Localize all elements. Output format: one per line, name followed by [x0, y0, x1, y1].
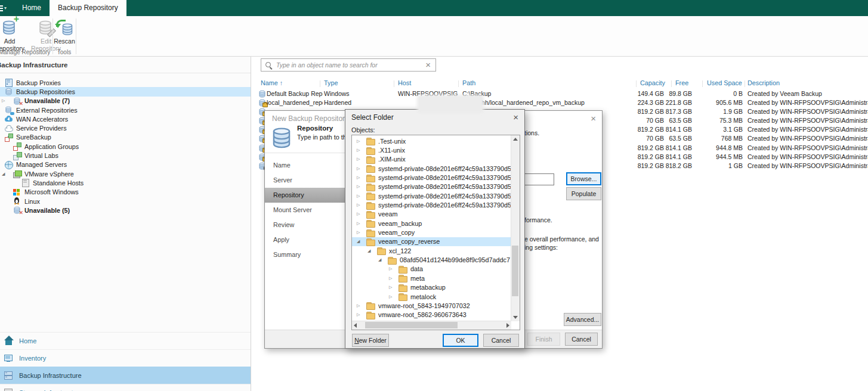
vertical-scroll-thumb[interactable]: [512, 246, 518, 296]
sidebar-item-surebackup[interactable]: SureBackup: [0, 133, 251, 142]
collapsed-arrow-icon[interactable]: ▷: [357, 157, 366, 162]
tab-backup-repository[interactable]: Backup Repository: [50, 0, 126, 16]
collapsed-arrow-icon[interactable]: ▷: [389, 285, 399, 290]
collapsed-arrow-icon[interactable]: ▷: [389, 276, 399, 281]
collapsed-arrow-icon[interactable]: ▷: [357, 148, 366, 153]
folder-item-veeam-copy-reverse[interactable]: ◢veeam_copy_reverse: [352, 237, 511, 246]
wizard-step-mount-server[interactable]: Mount Server: [265, 203, 346, 218]
folder-item-veeam-copy[interactable]: ▷veeam_copy: [352, 228, 511, 237]
sidebar-item-backup-proxies[interactable]: Backup Proxies: [0, 78, 251, 87]
nav-item-inventory[interactable]: Inventory: [0, 349, 251, 367]
scroll-up-icon[interactable]: [513, 138, 518, 141]
nav-item-backup-infrastructure[interactable]: Backup Infrastructure: [0, 367, 251, 384]
main-menu-button[interactable]: ▾: [0, 0, 14, 16]
clear-search-icon[interactable]: ×: [421, 59, 435, 71]
scroll-right-icon[interactable]: [506, 323, 509, 328]
nav-item-home[interactable]: Home: [0, 332, 251, 349]
sidebar-item-managed-servers[interactable]: Managed Servers: [0, 160, 251, 169]
folder-item-vmware-root-5843-1949707032[interactable]: ▷vmware-root_5843-1949707032: [352, 301, 511, 310]
folder-item-systemd-private-08de201e6ff24c59a133790d5d86[interactable]: ▷systemd-private-08de201e6ff24c59a133790…: [352, 164, 511, 173]
wizard-step-summary[interactable]: Summary: [265, 247, 346, 262]
wizard-cancel-button[interactable]: Cancel: [565, 333, 598, 346]
folder-item-metabackup[interactable]: ▷metabackup: [352, 283, 511, 292]
column-header-path[interactable]: Path: [462, 79, 475, 86]
wizard-step-name[interactable]: Name: [265, 158, 346, 173]
sidebar-item-wan-accelerators[interactable]: WAN Accelerators: [0, 114, 251, 123]
collapsed-arrow-icon[interactable]: ▷: [357, 139, 366, 144]
column-header-name[interactable]: Name ↑: [261, 79, 283, 86]
new-folder-button[interactable]: New Folder: [352, 334, 389, 347]
rescan-button[interactable]: Rescan: [53, 18, 76, 45]
add-repository-button[interactable]: +AddRepository: [0, 18, 27, 52]
collapsed-arrow-icon[interactable]: ▷: [357, 212, 366, 216]
wizard-step-apply[interactable]: Apply: [265, 232, 346, 247]
folder-item-meta[interactable]: ▷meta: [352, 274, 511, 283]
populate-button[interactable]: Populate: [566, 187, 601, 200]
search-box[interactable]: Type in an object name to search for ×: [261, 58, 436, 72]
folder-item-08afd5041d1244b99de8f9c95d7addc7[interactable]: ◢08afd5041d1244b99de8f9c95d7addc7: [352, 255, 511, 264]
sidebar-item-backup-repositories[interactable]: Backup Repositories: [0, 87, 251, 96]
folder-item-xcl-122[interactable]: ◢xcl_122: [352, 246, 511, 255]
scroll-down-icon[interactable]: [513, 316, 518, 319]
sidebar-item-linux[interactable]: Linux: [0, 197, 251, 206]
nav-item-storage-infrastructure[interactable]: Storage Infrastructure: [0, 384, 251, 391]
folder-item-systemd-private-08de201e6ff24c59a133790d5d86[interactable]: ▷systemd-private-08de201e6ff24c59a133790…: [352, 182, 511, 191]
folder-item-data[interactable]: ▷data: [352, 265, 511, 274]
collapsed-arrow-icon[interactable]: ▷: [357, 221, 366, 226]
tab-home[interactable]: Home: [14, 0, 50, 16]
collapsed-arrow-icon[interactable]: ▷: [389, 266, 399, 271]
sidebar-item-microsoft-windows[interactable]: Microsoft Windows: [0, 188, 251, 197]
column-header-description[interactable]: Description: [747, 79, 780, 86]
column-header-capacity[interactable]: Capacity: [640, 79, 665, 86]
sidebar-item-vmware-vsphere[interactable]: ◢VMware vSphere: [0, 169, 251, 178]
column-header-type[interactable]: Type: [324, 79, 338, 86]
column-header-host[interactable]: Host: [398, 79, 411, 86]
finish-button[interactable]: Finish: [527, 333, 560, 346]
wizard-step-repository[interactable]: Repository: [265, 188, 346, 203]
horizontal-scroll-thumb[interactable]: [365, 322, 458, 328]
folder-item-veeam[interactable]: ▷veeam: [352, 210, 511, 219]
collapsed-arrow-icon[interactable]: ▷: [389, 294, 399, 299]
folder-item-systemd-private-08de201e6ff24c59a133790d5d86[interactable]: ▷systemd-private-08de201e6ff24c59a133790…: [352, 173, 511, 182]
expanded-arrow-icon[interactable]: ◢: [367, 249, 377, 253]
folder-item-xim-unix[interactable]: ▷.XIM-unix: [352, 155, 511, 164]
collapsed-arrow-icon[interactable]: ▷: [2, 98, 5, 103]
folder-item-metalock[interactable]: ▷metalock: [352, 292, 511, 301]
sidebar-item-service-providers[interactable]: Service Providers: [0, 123, 251, 132]
collapsed-arrow-icon[interactable]: ▷: [357, 303, 366, 308]
ok-button[interactable]: OK: [443, 334, 478, 347]
wizard-step-review[interactable]: Review: [265, 218, 346, 232]
scroll-left-icon[interactable]: [354, 323, 357, 328]
wizard-step-server[interactable]: Server: [265, 173, 346, 188]
collapsed-arrow-icon[interactable]: ▷: [357, 230, 366, 235]
table-row[interactable]: Default Backup RepositoryWindowsWIN-RFPS…: [251, 89, 868, 98]
sidebar-item-virtual-labs[interactable]: Virtual Labs: [0, 151, 251, 160]
sidebar-item-external-repositories[interactable]: External Repositories: [0, 105, 251, 114]
dialog-close-icon[interactable]: ×: [513, 112, 518, 122]
expanded-arrow-icon[interactable]: ◢: [357, 239, 366, 244]
column-header-free[interactable]: Free: [675, 79, 688, 86]
collapsed-arrow-icon[interactable]: ▷: [357, 166, 366, 171]
collapsed-arrow-icon[interactable]: ▷: [357, 312, 366, 317]
sidebar-item-standalone-hosts[interactable]: Standalone Hosts: [0, 178, 251, 187]
folder-item-veeam-backup[interactable]: ▷veeam_backup: [352, 219, 511, 228]
table-row[interactable]: local_hardened_repo_vm...Hardened/home/h…: [251, 98, 868, 107]
folder-item-systemd-private-08de201e6ff24c59a133790d5d86[interactable]: ▷systemd-private-08de201e6ff24c59a133790…: [352, 200, 511, 209]
collapsed-arrow-icon[interactable]: ▷: [357, 194, 366, 198]
expanded-arrow-icon[interactable]: ◢: [2, 172, 5, 176]
collapsed-arrow-icon[interactable]: ▷: [357, 203, 366, 207]
collapsed-arrow-icon[interactable]: ▷: [357, 175, 366, 180]
sidebar-item-application-groups[interactable]: Application Groups: [0, 142, 251, 151]
folder-item-x11-unix[interactable]: ▷.X11-unix: [352, 145, 511, 154]
advanced-button[interactable]: Advanced...: [564, 313, 601, 326]
sidebar-item-unavailable-5[interactable]: ✕Unavailable (5): [0, 206, 251, 215]
vertical-scrollbar[interactable]: [511, 135, 520, 321]
dialog-cancel-button[interactable]: Cancel: [483, 334, 519, 347]
folder-item-systemd-private-08de201e6ff24c59a133790d5d86[interactable]: ▷systemd-private-08de201e6ff24c59a133790…: [352, 191, 511, 200]
expanded-arrow-icon[interactable]: ◢: [378, 257, 388, 262]
folder-item-vmware-root-5862-960673643[interactable]: ▷vmware-root_5862-960673643: [352, 311, 511, 319]
column-header-used[interactable]: Used Space: [707, 79, 742, 86]
folder-item-test-unix[interactable]: ▷.Test-unix: [352, 136, 511, 145]
wizard-close-icon[interactable]: ×: [591, 113, 596, 123]
sidebar-item-unavailable-7[interactable]: ▷✕Unavailable (7): [0, 97, 251, 105]
